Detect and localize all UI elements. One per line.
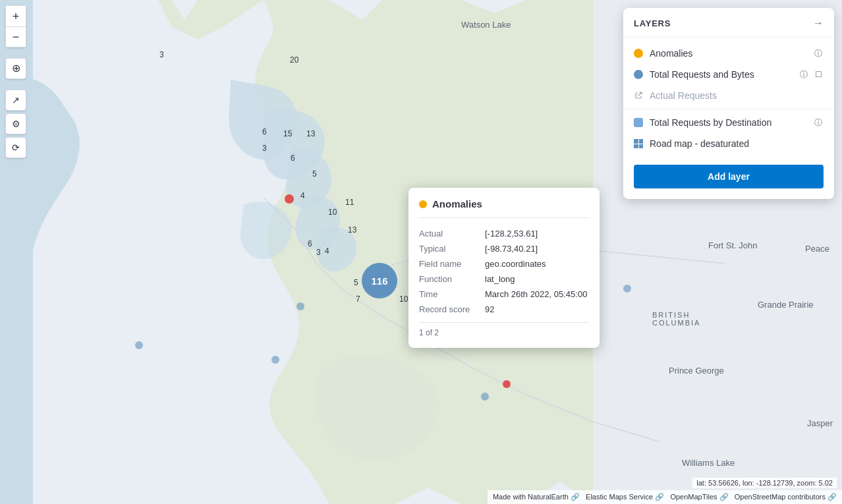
place-label-williams-lake: Williams Lake [682,458,735,468]
layer-dot-requests-dest [634,118,643,127]
popup-row-score: Record score 92 [419,302,589,317]
map-attribution: Made with NaturalEarth 🔗 Elastic Maps Se… [488,490,842,504]
zoom-controls: + − [5,5,26,47]
layer-item-requests-dest[interactable]: Total Requests by Destination ⓘ [623,112,834,133]
layer-info-icon-anomalies[interactable]: ⓘ [813,48,824,59]
layer-dot-total-requests [634,70,643,79]
cluster-label-13b: 13 [348,225,356,235]
popup-title: Anomalies [432,198,482,210]
data-point-2[interactable] [271,356,279,364]
cluster-label-3c: 3 [316,248,321,257]
layers-title: LAYERS [634,18,671,28]
fullscreen-button[interactable]: ↗ [5,90,26,111]
popup-header: Anomalies [419,198,589,218]
cluster-label-5b: 5 [354,278,358,287]
attribution-elastic[interactable]: Elastic Maps Service [586,493,653,501]
place-label-watson-lake: Watson Lake [461,20,511,30]
data-point-4[interactable] [481,393,489,401]
attribution-openmaptiles[interactable]: OpenMapTiles [670,493,717,501]
popup-row-actual: Actual [-128.2,53.61] [419,226,589,241]
cluster-label-10b: 10 [399,294,408,304]
popup-value-typical: [-98.73,40.21] [485,241,589,256]
popup-row-typical: Typical [-98.73,40.21] [419,241,589,256]
popup-label-typical: Typical [419,241,485,256]
layer-item-road-map[interactable]: Road map - desaturated [623,133,834,154]
popup-label-field: Field name [419,256,485,271]
anomaly-dot-1[interactable] [285,194,294,204]
popup-value-score: 92 [485,302,589,317]
map-coords: lat: 53.56626, lon: -128.12739, zoom: 5.… [692,478,837,488]
cluster-116[interactable]: 116 [362,263,397,298]
layers-list: Anomalies ⓘ Total Requests and Bytes ⓘ ☐… [623,38,834,159]
place-label-jasper: Jasper [807,418,833,428]
layer-link-icon [634,91,643,100]
layer-name-requests-dest: Total Requests by Destination [650,117,806,128]
cluster-label-5: 5 [312,169,317,179]
cluster-label-20: 20 [290,55,298,65]
layer-info-icon-dest[interactable]: ⓘ [813,117,824,128]
zoom-in-button[interactable]: + [5,5,26,26]
cluster-label-6c: 6 [308,239,312,248]
attribution-osm[interactable]: OpenStreetMap contributors [735,493,826,501]
data-point-5[interactable] [623,285,631,293]
anomaly-dot-2[interactable] [503,380,511,388]
layers-panel: LAYERS → Anomalies ⓘ Total Requests and … [623,8,834,199]
cluster-label-6a: 6 [262,127,267,136]
layer-item-anomalies[interactable]: Anomalies ⓘ [623,43,834,64]
layer-item-total-requests[interactable]: Total Requests and Bytes ⓘ ☐ [623,64,834,85]
data-point-3[interactable] [296,302,304,310]
layer-icons-total-requests: ⓘ ☐ [799,69,824,80]
popup-value-time: March 26th 2022, 05:45:00 [485,287,589,302]
place-label-peace: Peace [805,244,829,254]
place-label-fort-st-john: Fort St. John [708,240,757,250]
cluster-label-13a: 13 [306,129,315,138]
cluster-label-15: 15 [283,129,292,138]
place-label-bc: BRITISHCOLUMBIA [652,311,700,327]
compass-button[interactable]: ⊕ [5,58,26,79]
layers-header: LAYERS → [623,8,834,38]
data-point-1[interactable] [135,341,143,349]
layer-dot-grid [634,139,643,148]
popup-value-field: geo.coordinates [485,256,589,271]
popup-footer: 1 of 2 [419,328,589,337]
popup-table: Actual [-128.2,53.61] Typical [-98.73,40… [419,226,589,317]
popup-row-time: Time March 26th 2022, 05:45:00 [419,287,589,302]
popup-row-field: Field name geo.coordinates [419,256,589,271]
layer-name-anomalies: Anomalies [650,48,806,59]
layer-item-actual-requests[interactable]: Actual Requests [623,85,834,106]
add-layer-button[interactable]: Add layer [634,165,824,188]
popup-value-function: lat_long [485,271,589,287]
layer-checkbox-total[interactable]: ☐ [813,69,824,80]
map-popup: Anomalies Actual [-128.2,53.61] Typical … [408,188,600,348]
popup-label-function: Function [419,271,485,287]
place-label-grande-prairie: Grande Prairie [758,300,814,310]
popup-label-time: Time [419,287,485,302]
cluster-label-7: 7 [356,294,360,304]
cluster-label-11: 11 [345,198,354,207]
layer-name-total-requests: Total Requests and Bytes [650,69,792,80]
layer-name-actual-requests: Actual Requests [650,90,824,101]
time-button[interactable]: ⟳ [5,137,26,158]
lasso-button[interactable]: ⚙ [5,113,26,134]
popup-dot [419,200,427,208]
popup-divider [419,322,589,323]
layer-dot-anomalies [634,49,643,58]
cluster-label-6b: 6 [291,154,295,163]
cluster-label-3a: 3 [159,50,164,59]
layer-name-road-map: Road map - desaturated [650,138,824,149]
zoom-out-button[interactable]: − [5,26,26,47]
cluster-label-4b: 4 [325,246,329,256]
cluster-label-10a: 10 [328,208,337,217]
cluster-label-4a: 4 [300,191,305,200]
place-label-prince-george: Prince George [669,366,724,376]
attribution-naturaleartth[interactable]: Made with NaturalEarth [493,493,569,501]
popup-row-function: Function lat_long [419,271,589,287]
map-controls: + − ⊕ ↗ ⚙ ⟳ [0,0,32,504]
layer-icons-anomalies: ⓘ [813,48,824,59]
layer-info-icon-total[interactable]: ⓘ [799,69,809,80]
collapse-icon[interactable]: → [813,17,824,29]
popup-label-score: Record score [419,302,485,317]
layer-divider [623,109,834,109]
cluster-label-3b: 3 [262,144,267,153]
popup-label-actual: Actual [419,226,485,241]
